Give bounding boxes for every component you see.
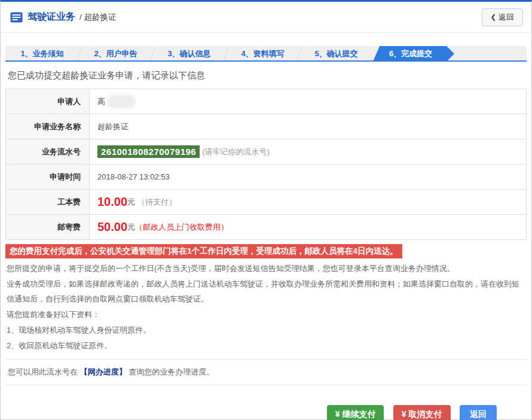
- row-label: 邮寄费: [6, 215, 90, 239]
- row-value: 261001808270079196(请牢记你的流水号): [90, 139, 526, 164]
- value-muted: （待支付）: [137, 197, 176, 208]
- step-tab-4: 4、资料填写: [226, 46, 299, 62]
- row-label: 申请业务名称: [6, 114, 90, 139]
- value-plain: 高: [97, 96, 105, 107]
- row-label: 申请人: [6, 89, 90, 114]
- value-unit: 元: [127, 197, 135, 208]
- step-tab-1: 1、业务须知: [5, 46, 79, 62]
- instruction-paragraph: 业务成功受理后，如果选择邮政寄递的，邮政人员将上门送达机动车驾驶证，并收取办理业…: [7, 276, 525, 306]
- table-row-apply-time: 申请时间2018-08-27 13:02:53: [6, 165, 526, 190]
- step-tab-3: 3、确认信息: [152, 46, 226, 62]
- progress-hint-prefix: 您可以用此流水号在: [8, 367, 78, 376]
- value-muted: (请牢记你的流水号): [202, 147, 270, 157]
- value-unit: 元: [127, 222, 135, 233]
- progress-hint-suffix: 查询您的业务办理进度。: [129, 367, 214, 376]
- step-tab-6: 6、完成提交: [373, 46, 454, 62]
- table-row-business-name: 申请业务名称超龄换证: [6, 114, 526, 139]
- action-button-row: ¥ 继续支付 ¥ 取消支付 返回: [1, 405, 531, 420]
- row-label: 业务流水号: [6, 139, 90, 164]
- row-value: 50.00元（邮政人员上门收取费用）: [90, 215, 526, 239]
- row-label: 申请时间: [6, 165, 90, 189]
- instruction-paragraph: 2、收回原机动车驾驶证原件。: [7, 338, 525, 353]
- step-tab-5: 5、确认提交: [299, 46, 373, 62]
- back-button[interactable]: ❮ 返回: [482, 8, 523, 26]
- back-button-label: 返回: [499, 12, 514, 23]
- instruction-paragraph: 请您提前准备好以下资料：: [7, 307, 525, 322]
- row-label: 工本费: [6, 190, 90, 214]
- breadcrumb-sub-title: / 超龄换证: [80, 12, 117, 23]
- table-row-applicant: 申请人高: [6, 89, 526, 114]
- value-serial: 261001808270079196: [97, 145, 200, 158]
- value-amount: 50.00: [97, 220, 127, 234]
- online-progress-link[interactable]: 【网办进度】: [80, 367, 127, 376]
- value-plain: 2018-08-27 13:02:53: [97, 172, 170, 181]
- table-row-serial-number: 业务流水号261001808270079196(请牢记你的流水号): [6, 139, 526, 165]
- page-title: 驾驶证业务: [27, 11, 75, 23]
- application-info-table: 申请人高申请业务名称超龄换证业务流水号261001808270079196(请牢…: [5, 89, 527, 240]
- table-row-postage-fee: 邮寄费50.00元（邮政人员上门收取费用）: [6, 215, 526, 240]
- chevron-left-icon: ❮: [491, 13, 496, 21]
- row-value: 超龄换证: [90, 114, 526, 139]
- table-row-production-fee: 工本费10.00元（待支付）: [6, 190, 526, 215]
- value-rednote: （邮政人员上门收取费用）: [135, 222, 228, 233]
- success-message: 您已成功提交超龄换证业务申请，请记录以下信息: [8, 70, 531, 81]
- license-list-icon: [10, 12, 23, 23]
- step-tab-2: 2、用户申告: [79, 46, 152, 62]
- continue-pay-button[interactable]: ¥ 继续支付: [327, 405, 384, 420]
- value-amount: 10.00: [97, 195, 127, 209]
- row-value: 2018-08-27 13:02:53: [90, 165, 526, 189]
- page-header: 驾驶证业务 / 超龄换证 ❮ 返回: [1, 2, 531, 33]
- payment-alert-banner: 您的费用支付完成后，公安机关交通管理部门将在1个工作日内受理，受理成功后，邮政人…: [5, 244, 402, 258]
- instruction-paragraph: 1、现场核对机动车驾驶人身份证明原件。: [7, 322, 525, 337]
- progress-hint-line: 您可以用此流水号在 【网办进度】 查询您的业务办理进度。: [5, 359, 527, 385]
- cancel-pay-button[interactable]: ¥ 取消支付: [393, 405, 451, 420]
- redacted-name-blur: [107, 95, 136, 108]
- value-plain: 超龄换证: [97, 121, 129, 132]
- row-value: 高: [90, 89, 526, 114]
- step-tab-bar: 1、业务须知2、用户申告3、确认信息4、资料填写5、确认提交6、完成提交: [5, 46, 527, 62]
- instructions-text: 您所提交的申请，将于提交后的一个工作日(不含当天)受理，届时会发送短信告知受理结…: [7, 261, 525, 353]
- page: 驾驶证业务 / 超龄换证 ❮ 返回 1、业务须知2、用户申告3、确认信息4、资料…: [0, 0, 532, 420]
- return-button[interactable]: 返回: [460, 405, 497, 420]
- instruction-paragraph: 您所提交的申请，将于提交后的一个工作日(不含当天)受理，届时会发送短信告知受理结…: [7, 261, 525, 276]
- row-value: 10.00元（待支付）: [90, 190, 526, 214]
